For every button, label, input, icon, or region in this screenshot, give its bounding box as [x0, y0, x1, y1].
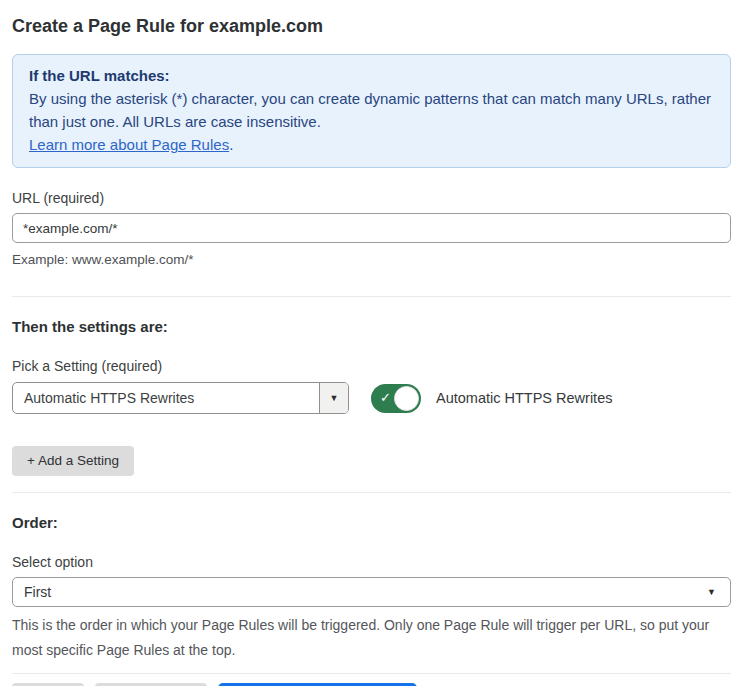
order-heading: Order: — [12, 514, 731, 532]
info-box-heading: If the URL matches: — [29, 64, 714, 87]
setting-dropdown-value: Automatic HTTPS Rewrites — [13, 383, 319, 413]
setting-row: Automatic HTTPS Rewrites ▼ ✓ Automatic H… — [12, 382, 731, 414]
settings-heading: Then the settings are: — [12, 318, 731, 336]
url-example-helper: Example: www.example.com/* — [12, 252, 731, 268]
order-select-value: First — [24, 584, 51, 600]
order-select[interactable]: First ▼ — [12, 577, 731, 607]
check-icon: ✓ — [380, 391, 391, 404]
add-setting-button[interactable]: + Add a Setting — [12, 446, 134, 476]
divider — [12, 673, 731, 674]
setting-toggle[interactable]: ✓ — [371, 384, 421, 413]
chevron-down-icon: ▼ — [330, 393, 339, 403]
learn-more-link[interactable]: Learn more about Page Rules — [29, 136, 229, 153]
pick-setting-label: Pick a Setting (required) — [12, 358, 731, 374]
page-title: Create a Page Rule for example.com — [12, 16, 731, 37]
page-rule-form: Create a Page Rule for example.com If th… — [0, 0, 743, 686]
info-box-body: By using the asterisk (*) character, you… — [29, 87, 714, 133]
toggle-label: Automatic HTTPS Rewrites — [436, 390, 612, 406]
toggle-knob — [394, 386, 419, 411]
dropdown-arrow-button[interactable]: ▼ — [319, 383, 348, 413]
url-input[interactable] — [12, 213, 731, 243]
divider — [12, 296, 731, 297]
info-box-link-row: Learn more about Page Rules. — [29, 133, 714, 156]
url-label: URL (required) — [12, 190, 731, 206]
link-suffix: . — [229, 136, 233, 153]
url-match-info-box: If the URL matches: By using the asteris… — [12, 54, 731, 168]
select-option-label: Select option — [12, 554, 731, 570]
divider — [12, 492, 731, 493]
setting-dropdown[interactable]: Automatic HTTPS Rewrites ▼ — [12, 382, 349, 414]
chevron-down-icon: ▼ — [707, 587, 716, 597]
order-helper-text: This is the order in which your Page Rul… — [12, 613, 731, 663]
